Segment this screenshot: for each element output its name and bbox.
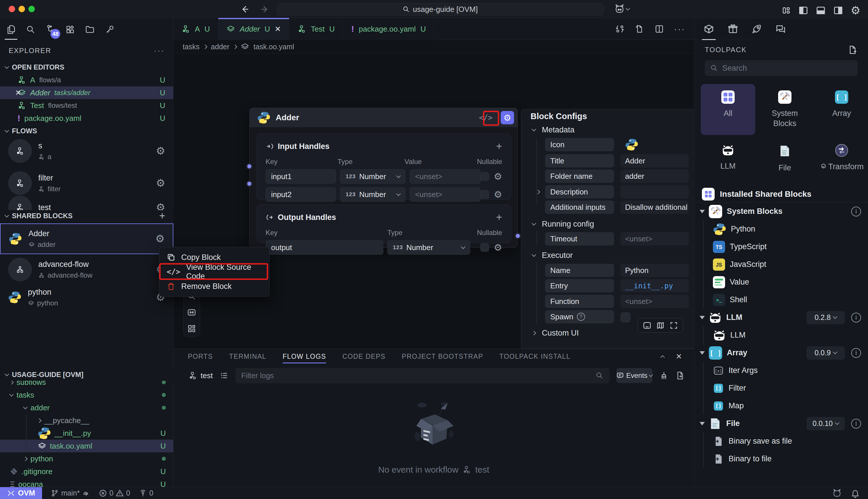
- info-icon[interactable]: i: [851, 207, 861, 217]
- custom-ui-section-header[interactable]: Custom UI: [532, 329, 579, 338]
- nullable-checkbox[interactable]: [481, 172, 489, 181]
- version-dropdown[interactable]: 0.2.8: [807, 311, 845, 324]
- adder-node[interactable]: Adder</>⚙Input Handles+KeyTypeValueNulla…: [249, 108, 518, 248]
- add-handle-icon[interactable]: +: [496, 140, 502, 153]
- panel-tab[interactable]: PROJECT BOOTSTRAP: [402, 349, 483, 364]
- tree-item[interactable]: tasks: [0, 389, 173, 401]
- toggle-bottom-panel-icon[interactable]: [816, 5, 826, 15]
- handle-settings-gear-icon[interactable]: ⚙: [494, 242, 502, 253]
- installed-block-item[interactable]: []Filter: [694, 379, 868, 397]
- open-editor-item[interactable]: ✕Addertasks/adderU: [0, 86, 173, 99]
- installed-block-item[interactable]: TSTypeScript: [694, 238, 868, 256]
- handle-type-select[interactable]: 123Number: [340, 187, 406, 202]
- notifications-bell-icon[interactable]: [851, 489, 860, 498]
- settings-gear-icon[interactable]: ⚙: [851, 4, 860, 17]
- flow-list-item[interactable]: sa⚙: [0, 139, 173, 163]
- toggle-right-sidebar-icon[interactable]: [833, 5, 843, 15]
- config-field-value[interactable]: [620, 138, 689, 151]
- add-handle-icon[interactable]: +: [496, 211, 502, 223]
- explorer-activity[interactable]: [5, 22, 17, 38]
- toolpack-category-array[interactable]: [ ]Array: [815, 84, 868, 135]
- editor-tab[interactable]: TestU: [289, 18, 343, 40]
- tree-item[interactable]: python: [0, 452, 173, 465]
- tree-item[interactable]: .gitignoreU: [0, 465, 173, 478]
- events-filter-dropdown[interactable]: Events: [616, 368, 652, 383]
- flows-activity[interactable]: 48: [44, 22, 57, 38]
- more-actions-icon[interactable]: ···: [674, 24, 685, 34]
- installed-block-item[interactable]: Python: [694, 220, 868, 238]
- flow-canvas[interactable]: Adder</>⚙Input Handles+KeyTypeValueNulla…: [173, 53, 694, 349]
- feedback-tab-icon[interactable]: [775, 18, 786, 40]
- handle-value-input[interactable]: <unset>: [410, 187, 481, 202]
- breadcrumb-segment[interactable]: tasks: [183, 42, 200, 51]
- clear-logs-icon[interactable]: [659, 371, 668, 380]
- info-icon[interactable]: i: [851, 313, 861, 322]
- handle-value-input[interactable]: <unset>: [410, 169, 481, 184]
- close-panel-icon[interactable]: ✕: [676, 352, 683, 361]
- handle-type-select[interactable]: 123Number: [340, 169, 406, 184]
- version-dropdown[interactable]: 0.0.10: [807, 417, 845, 430]
- installed-block-item[interactable]: JSJavaScript: [694, 256, 868, 273]
- panel-tab[interactable]: TOOLPACK INSTALL: [499, 349, 570, 364]
- config-checkbox[interactable]: [620, 312, 630, 322]
- open-editor-item[interactable]: Testflows/testU: [0, 99, 173, 112]
- input2-port[interactable]: [246, 181, 253, 187]
- shared-blocks-header[interactable]: SHARED BLOCKS+: [0, 210, 173, 222]
- tree-item[interactable]: task.oo.yamlU: [0, 440, 173, 452]
- toolpack-category-all[interactable]: All: [701, 84, 755, 135]
- panel-tab[interactable]: PORTS: [188, 349, 213, 364]
- version-dropdown[interactable]: 0.0.9: [807, 346, 845, 360]
- problems-indicator[interactable]: 0 0: [99, 489, 130, 497]
- config-field-value[interactable]: <unset>: [620, 295, 689, 308]
- minimize-window-button[interactable]: [19, 6, 25, 12]
- shared-block-settings-gear-icon[interactable]: ⚙: [155, 233, 165, 245]
- installed-block-item[interactable]: [x]Iter Args: [694, 362, 868, 379]
- flow-settings-gear-icon[interactable]: ⚙: [156, 145, 165, 157]
- toggle-left-sidebar-icon[interactable]: [798, 5, 808, 15]
- close-editor-icon[interactable]: ✕: [15, 88, 22, 97]
- view-source-code-icon[interactable]: </>: [476, 112, 495, 124]
- panel-tab[interactable]: FLOW LOGS: [283, 349, 326, 364]
- tree-item[interactable]: __init__.pyU: [0, 427, 173, 440]
- flows-header[interactable]: FLOWS: [0, 125, 173, 137]
- close-tab-icon[interactable]: ✕: [275, 25, 281, 34]
- fit-view-icon[interactable]: [187, 308, 196, 317]
- fullscreen-icon[interactable]: [670, 321, 678, 330]
- filter-logs-input[interactable]: Filter logs: [236, 368, 610, 384]
- config-field-value[interactable]: Adder: [620, 154, 689, 168]
- toolpack-tab-icon[interactable]: [703, 18, 715, 40]
- remote-indicator[interactable]: OVM: [0, 487, 42, 499]
- installed-group-header[interactable]: File0.0.10i: [694, 415, 868, 433]
- editor-tab[interactable]: !package.oo.yamlU: [343, 18, 434, 40]
- app-menu-button[interactable]: [614, 3, 629, 14]
- tree-item[interactable]: adder: [0, 401, 173, 414]
- installed-block-item[interactable]: LLM: [694, 326, 868, 344]
- tree-item[interactable]: __pycache__: [0, 414, 173, 427]
- export-file-icon[interactable]: [635, 24, 644, 34]
- forward-icon[interactable]: [260, 4, 270, 14]
- secrets-activity[interactable]: [103, 22, 116, 38]
- handle-key-input[interactable]: input1: [266, 169, 336, 184]
- shared-block-item[interactable]: pythonpython⚙: [0, 283, 173, 311]
- installed-group-header[interactable]: [ ]Array0.0.9i: [694, 344, 868, 362]
- gift-tab-icon[interactable]: [727, 18, 738, 40]
- config-field-value[interactable]: Python: [620, 264, 689, 277]
- back-icon[interactable]: [240, 4, 250, 14]
- open-editor-item[interactable]: Aflows/aU: [0, 74, 173, 86]
- context-menu-item-remove-block[interactable]: Remove Block: [159, 279, 269, 294]
- handle-key-input[interactable]: output: [266, 240, 383, 255]
- running-config-section-header[interactable]: Running config: [532, 220, 594, 229]
- flow-list-item[interactable]: filterfilter⚙: [0, 171, 173, 195]
- open-changes-icon[interactable]: [615, 24, 625, 34]
- installed-block-item[interactable]: []Map: [694, 397, 868, 415]
- toolpack-category-system-blocks[interactable]: System Blocks: [758, 84, 812, 135]
- context-menu-item-view-block-source-code[interactable]: </>View Block Source Code: [159, 265, 269, 279]
- log-list-icon[interactable]: [220, 371, 228, 380]
- handle-settings-gear-icon[interactable]: ⚙: [494, 171, 502, 182]
- info-icon[interactable]: i: [851, 348, 861, 358]
- nullable-checkbox[interactable]: [480, 243, 489, 252]
- add-shared-block-icon[interactable]: +: [159, 210, 165, 222]
- toolpack-category-llm[interactable]: LLM: [701, 137, 755, 179]
- maximize-window-button[interactable]: [28, 6, 35, 12]
- explorer-more-icon[interactable]: ···: [154, 46, 165, 55]
